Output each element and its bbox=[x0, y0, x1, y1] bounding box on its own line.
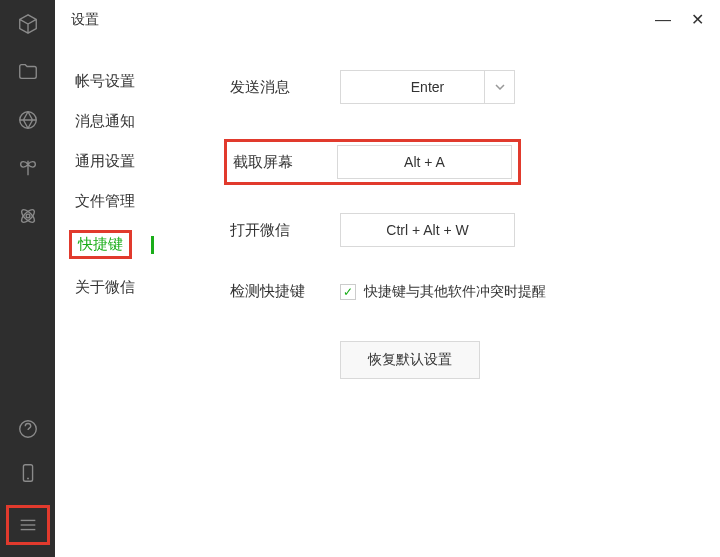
nav-tab-general[interactable]: 通用设置 bbox=[75, 150, 190, 173]
screenshot-label: 截取屏幕 bbox=[233, 153, 337, 172]
send-message-label: 发送消息 bbox=[230, 78, 340, 97]
highlight-box-menu bbox=[6, 505, 50, 545]
nav-tab-about[interactable]: 关于微信 bbox=[75, 276, 190, 299]
nav-tab-notification[interactable]: 消息通知 bbox=[75, 110, 190, 133]
app-sidebar bbox=[0, 0, 55, 557]
aperture-icon[interactable] bbox=[16, 108, 40, 132]
screenshot-value: Alt + A bbox=[404, 154, 445, 170]
nav-tab-shortcuts[interactable]: 快捷键 bbox=[69, 230, 132, 259]
minimize-button[interactable]: — bbox=[655, 12, 671, 28]
settings-window: 设置 — ✕ 帐号设置 消息通知 通用设置 文件管理 快捷键 关于微信 发送消息… bbox=[55, 0, 720, 557]
open-wechat-value: Ctrl + Alt + W bbox=[386, 222, 468, 238]
setting-row-detect: 检测快捷键 ✓ 快捷键与其他软件冲突时提醒 bbox=[230, 282, 690, 301]
cube-icon[interactable] bbox=[16, 12, 40, 36]
butterfly-icon[interactable] bbox=[16, 156, 40, 180]
detect-checkbox[interactable]: ✓ bbox=[340, 284, 356, 300]
send-message-value: Enter bbox=[411, 79, 444, 95]
chevron-down-icon bbox=[484, 71, 514, 103]
setting-row-send-message: 发送消息 Enter bbox=[230, 70, 690, 104]
send-message-select[interactable]: Enter bbox=[340, 70, 515, 104]
svg-point-1 bbox=[26, 214, 30, 218]
open-wechat-label: 打开微信 bbox=[230, 221, 340, 240]
mobile-icon[interactable] bbox=[16, 461, 40, 485]
nav-tab-account[interactable]: 帐号设置 bbox=[75, 70, 190, 93]
titlebar: 设置 — ✕ bbox=[55, 0, 720, 40]
detect-label: 检测快捷键 bbox=[230, 282, 340, 301]
close-button[interactable]: ✕ bbox=[691, 12, 704, 28]
atom-icon[interactable] bbox=[16, 204, 40, 228]
folder-icon[interactable] bbox=[16, 60, 40, 84]
screenshot-input[interactable]: Alt + A bbox=[337, 145, 512, 179]
highlight-box-screenshot: 截取屏幕 Alt + A bbox=[224, 139, 521, 185]
hamburger-menu-icon[interactable] bbox=[16, 513, 40, 537]
setting-row-open-wechat: 打开微信 Ctrl + Alt + W bbox=[230, 213, 690, 247]
detect-checkbox-label: 快捷键与其他软件冲突时提醒 bbox=[364, 283, 546, 301]
open-wechat-input[interactable]: Ctrl + Alt + W bbox=[340, 213, 515, 247]
window-title: 设置 bbox=[71, 11, 99, 29]
settings-nav: 帐号设置 消息通知 通用设置 文件管理 快捷键 关于微信 bbox=[75, 70, 190, 379]
miniprogram-icon[interactable] bbox=[16, 417, 40, 441]
reset-defaults-button[interactable]: 恢复默认设置 bbox=[340, 341, 480, 379]
settings-panel: 发送消息 Enter 截取屏幕 Alt + A 打开微信 bbox=[190, 70, 720, 379]
nav-tab-files[interactable]: 文件管理 bbox=[75, 190, 190, 213]
